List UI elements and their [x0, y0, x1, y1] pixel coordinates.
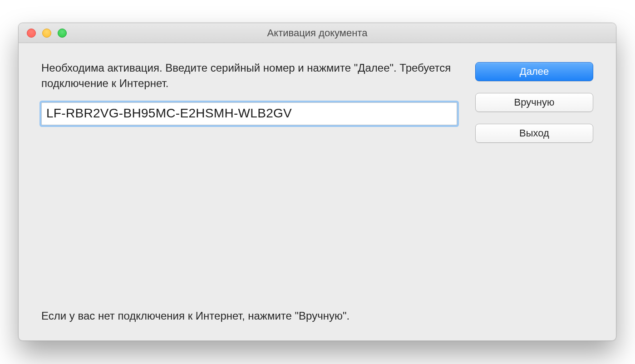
spacer [41, 125, 457, 310]
activation-window: Активация документа Необходима активация… [18, 23, 616, 341]
close-icon[interactable] [27, 29, 36, 38]
footer-text: Если у вас нет подключения к Интернет, н… [41, 310, 457, 322]
manual-button[interactable]: Вручную [475, 93, 593, 112]
instructions-text: Необходима активация. Введите серийный н… [41, 60, 457, 91]
next-button[interactable]: Далее [475, 62, 593, 81]
titlebar: Активация документа [19, 23, 616, 43]
minimize-icon[interactable] [42, 29, 51, 38]
left-pane: Необходима активация. Введите серийный н… [41, 60, 457, 322]
exit-button[interactable]: Выход [475, 124, 593, 143]
serial-field-wrap[interactable] [41, 102, 457, 125]
zoom-icon[interactable] [58, 29, 67, 38]
window-controls [19, 29, 67, 38]
content-area: Необходима активация. Введите серийный н… [19, 43, 616, 340]
window-title: Активация документа [19, 27, 616, 39]
serial-input[interactable] [42, 103, 457, 125]
button-column: Далее Вручную Выход [475, 60, 593, 322]
